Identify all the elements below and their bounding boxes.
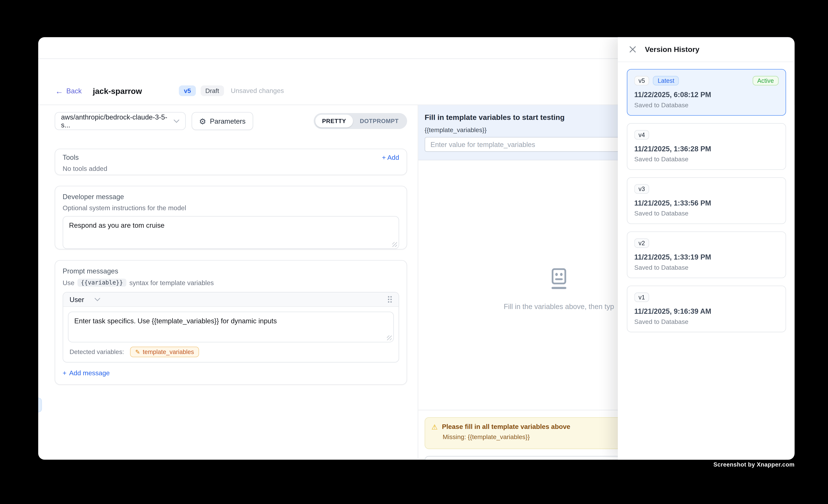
developer-message-subtitle: Optional system instructions for the mod… bbox=[63, 204, 399, 212]
version-number-badge: v5 bbox=[634, 76, 649, 85]
resize-grip-icon[interactable] bbox=[387, 336, 391, 340]
xnapper-watermark: Screenshot by Xnapper.com bbox=[713, 461, 794, 468]
detected-variable-name: template_variables bbox=[143, 349, 194, 355]
parameters-label: Parameters bbox=[210, 117, 246, 125]
version-history-title: Version History bbox=[645, 45, 700, 54]
version-card-v5[interactable]: v5 Latest Active 11/22/2025, 6:08:12 PM … bbox=[627, 69, 786, 116]
edge-peek-toast bbox=[38, 398, 42, 413]
latest-badge: Latest bbox=[653, 76, 679, 85]
detected-variable-chip[interactable]: ✎ template_variables bbox=[130, 347, 199, 357]
version-timestamp: 11/22/2025, 6:08:12 PM bbox=[634, 91, 779, 99]
version-card-v3[interactable]: v3 11/21/2025, 1:33:56 PM Saved to Datab… bbox=[627, 177, 786, 224]
version-card-v1[interactable]: v1 11/21/2025, 9:16:39 AM Saved to Datab… bbox=[627, 286, 786, 332]
bot-icon bbox=[548, 267, 570, 290]
plus-icon: + bbox=[382, 154, 386, 161]
version-number-badge: v2 bbox=[634, 238, 649, 248]
tools-section: Tools + Add No tools added bbox=[55, 149, 407, 175]
toggle-option-pretty[interactable]: PRETTY bbox=[315, 115, 353, 127]
version-timestamp: 11/21/2025, 9:16:39 AM bbox=[634, 307, 779, 315]
active-badge: Active bbox=[752, 76, 779, 85]
model-select-value: aws/anthropic/bedrock-claude-3-5-s... bbox=[61, 113, 173, 129]
resize-grip-icon[interactable] bbox=[392, 242, 397, 247]
gear-icon: ⚙ bbox=[199, 117, 206, 125]
page-title: jack-sparrow bbox=[93, 86, 142, 95]
back-button[interactable]: ← Back bbox=[55, 87, 82, 95]
back-label: Back bbox=[67, 87, 82, 95]
version-history-list: v5 Latest Active 11/22/2025, 6:08:12 PM … bbox=[618, 62, 794, 332]
draft-badge: Draft bbox=[201, 85, 224, 96]
detected-variables-row: Detected variables: ✎ template_variables bbox=[68, 347, 394, 357]
drag-handle-icon[interactable] bbox=[387, 296, 392, 303]
version-timestamp: 11/21/2025, 1:33:19 PM bbox=[634, 253, 779, 261]
user-message-input[interactable]: Enter task specifics. Use {{template_var… bbox=[68, 312, 394, 342]
message-header: User bbox=[63, 292, 399, 307]
version-history-panel: Version History v5 Latest Active 11/22/2… bbox=[618, 37, 794, 460]
prompt-messages-subtitle: Use {{variable}} syntax for template var… bbox=[63, 279, 399, 287]
prompt-messages-section: Prompt messages Use {{variable}} syntax … bbox=[55, 260, 407, 385]
close-icon[interactable] bbox=[629, 46, 636, 53]
model-select[interactable]: aws/anthropic/bedrock-claude-3-5-s... bbox=[55, 112, 186, 130]
developer-message-section: Developer message Optional system instru… bbox=[55, 186, 407, 249]
version-number-badge: v4 bbox=[634, 130, 649, 140]
message-body: Enter task specifics. Use {{template_var… bbox=[63, 307, 399, 362]
version-card-v4[interactable]: v4 11/21/2025, 1:36:28 PM Saved to Datab… bbox=[627, 123, 786, 170]
version-timestamp: 11/21/2025, 1:36:28 PM bbox=[634, 145, 779, 153]
version-status: Saved to Database bbox=[634, 101, 779, 109]
screenshot-canvas: ← Back jack-sparrow v5 Draft Unsaved cha… bbox=[0, 0, 828, 504]
developer-message-input[interactable]: Respond as you are tom cruise bbox=[63, 216, 399, 249]
prompt-messages-title: Prompt messages bbox=[63, 267, 399, 275]
plus-icon: + bbox=[63, 370, 67, 377]
pencil-icon: ✎ bbox=[135, 349, 140, 355]
add-tool-label: Add bbox=[387, 154, 399, 161]
tools-title: Tools bbox=[63, 153, 79, 161]
version-status: Saved to Database bbox=[634, 156, 779, 163]
version-history-header: Version History bbox=[618, 37, 794, 62]
subtitle-prefix: Use bbox=[63, 279, 75, 286]
version-timestamp: 11/21/2025, 1:33:56 PM bbox=[634, 199, 779, 207]
version-status: Saved to Database bbox=[634, 264, 779, 271]
warning-icon: ⚠ bbox=[431, 423, 438, 430]
format-toggle: PRETTY DOTPROMPT bbox=[314, 113, 407, 129]
version-number-badge: v1 bbox=[634, 292, 649, 302]
model-toolbar: aws/anthropic/bedrock-claude-3-5-s... ⚙ … bbox=[55, 112, 407, 130]
empty-state-hint: Fill in the variables above, then typ bbox=[504, 303, 614, 310]
variable-syntax-chip: {{variable}} bbox=[78, 279, 126, 287]
version-status: Saved to Database bbox=[634, 318, 779, 325]
developer-message-title: Developer message bbox=[63, 193, 399, 201]
subtitle-suffix: syntax for template variables bbox=[129, 279, 214, 286]
toggle-option-dotprompt[interactable]: DOTPROMPT bbox=[353, 115, 406, 127]
add-tool-button[interactable]: + Add bbox=[382, 154, 399, 161]
prompt-editor-panel: aws/anthropic/bedrock-claude-3-5-s... ⚙ … bbox=[38, 105, 418, 458]
back-arrow-icon: ← bbox=[55, 87, 63, 95]
version-status: Saved to Database bbox=[634, 210, 779, 217]
message-role-select[interactable]: User bbox=[70, 295, 84, 303]
warning-title: Please fill in all template variables ab… bbox=[442, 423, 570, 430]
tools-empty-text: No tools added bbox=[63, 165, 399, 172]
detected-variables-label: Detected variables: bbox=[70, 348, 124, 355]
version-number-badge: v3 bbox=[634, 184, 649, 194]
chevron-down-icon[interactable] bbox=[95, 298, 100, 301]
version-card-v2[interactable]: v2 11/21/2025, 1:33:19 PM Saved to Datab… bbox=[627, 232, 786, 278]
add-message-label: Add message bbox=[69, 370, 110, 377]
conversation-empty-state: Fill in the variables above, then typ bbox=[504, 267, 614, 310]
message-block: User bbox=[63, 292, 399, 363]
unsaved-changes-text: Unsaved changes bbox=[231, 87, 284, 94]
parameters-button[interactable]: ⚙ Parameters bbox=[192, 112, 253, 130]
version-badge: v5 bbox=[179, 85, 196, 96]
chevron-down-icon bbox=[173, 119, 179, 123]
add-message-button[interactable]: + Add message bbox=[63, 370, 399, 377]
